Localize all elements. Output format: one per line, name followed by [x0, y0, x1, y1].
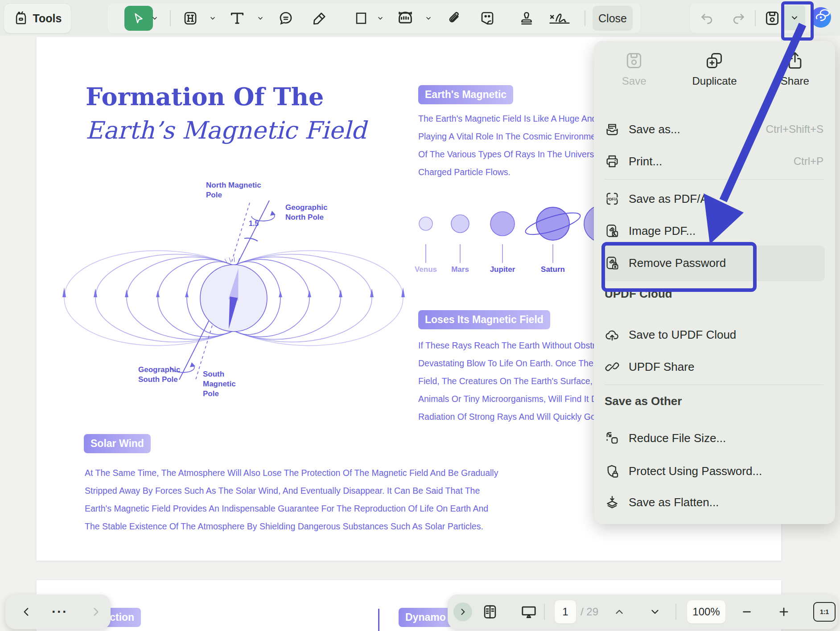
- floppy-icon: [624, 51, 644, 70]
- menu-section-save-as-other: Save as Other: [605, 394, 682, 408]
- measure-tool-button[interactable]: [396, 9, 414, 27]
- menu-item-remove-password[interactable]: Remove Password: [605, 247, 824, 279]
- heading-chevron-icon[interactable]: [209, 15, 216, 22]
- reading-mode-button[interactable]: [482, 603, 498, 620]
- document-title: Formation Of The Earth’s Magnetic Field: [86, 80, 366, 148]
- select-tool-button[interactable]: [124, 6, 153, 31]
- print-icon: [605, 154, 620, 169]
- menu-section-updf-cloud: UPDF Cloud: [605, 287, 672, 301]
- top-toolbar: Tools: [0, 0, 840, 36]
- label-geographic-north-pole: Geographic North Pole: [285, 203, 337, 222]
- next-page-chevron-button[interactable]: [649, 606, 661, 618]
- menu-item-print[interactable]: Print... Ctrl+P: [605, 145, 824, 177]
- zoom-level-input[interactable]: 100%: [687, 600, 725, 623]
- menu-share-action[interactable]: Share: [755, 51, 835, 87]
- paragraph-3: At The Same Time, The Atmosphere Will Al…: [85, 464, 557, 535]
- actual-size-button[interactable]: 1:1: [813, 602, 836, 622]
- label-north-magnetic-pole: North Magnetic Pole: [206, 180, 264, 200]
- pencil-tool-button[interactable]: [312, 10, 328, 26]
- signature-tool-button[interactable]: [548, 9, 571, 27]
- menu-separator: [605, 179, 824, 180]
- image-pdf-icon: [605, 223, 620, 238]
- menu-item-save-as-pdfa[interactable]: PDF/A Save as PDF/A...: [605, 183, 824, 215]
- flatten-icon: [605, 495, 620, 510]
- sticker-tool-button[interactable]: [479, 10, 495, 26]
- remove-password-icon: [605, 255, 620, 270]
- expand-bar-button[interactable]: [453, 602, 472, 621]
- page2-divider: [378, 609, 379, 631]
- attachment-tool-button[interactable]: [446, 10, 462, 26]
- zoom-in-button[interactable]: [778, 606, 790, 618]
- title-line-1: Formation Of The: [86, 80, 366, 114]
- undo-button[interactable]: [700, 11, 715, 26]
- menu-item-save-to-updf-cloud[interactable]: Save to UPDF Cloud: [605, 319, 824, 351]
- menu-top-actions: Save Duplicate Share: [594, 51, 835, 87]
- updf-ai-button[interactable]: [810, 7, 832, 28]
- label-angle: 1.5: [249, 219, 259, 229]
- menu-duplicate-action[interactable]: Duplicate: [674, 51, 754, 87]
- text-tool-button[interactable]: [229, 10, 246, 27]
- heading-tool-button[interactable]: [182, 10, 198, 26]
- shape-tool-button[interactable]: [354, 11, 369, 26]
- more-options-button[interactable]: ···: [52, 604, 68, 619]
- redo-button[interactable]: [731, 11, 746, 26]
- save-button[interactable]: [764, 10, 781, 27]
- shape-chevron-icon[interactable]: [377, 15, 384, 22]
- stamp-tool-button[interactable]: [519, 10, 535, 26]
- page-number-input[interactable]: 1: [555, 600, 576, 623]
- page-nav-pill: ···: [5, 594, 111, 629]
- menu-separator: [605, 385, 824, 385]
- planet-label-mars: Mars: [451, 265, 469, 274]
- paragraph-2: If These Rays Reach The Earth Without Ob…: [418, 336, 597, 426]
- bar-divider: [675, 604, 676, 620]
- share-icon: [785, 51, 805, 70]
- shortcut-save-as: Ctrl+Shift+S: [766, 123, 824, 135]
- save-as-icon: [605, 122, 620, 137]
- link-icon: [605, 359, 620, 374]
- save-options-menu: Save Duplicate Share Save as... Ctrl+Shi…: [594, 41, 835, 524]
- shield-lock-icon: [605, 463, 620, 479]
- menu-item-protect-password[interactable]: Protect Using Password...: [605, 455, 824, 487]
- view-controls-bar: 1 / 29 100% 1:1: [448, 594, 838, 629]
- measure-chevron-icon[interactable]: [425, 15, 432, 22]
- text-chevron-icon[interactable]: [257, 15, 264, 22]
- toolbar-divider: [585, 10, 585, 26]
- shortcut-print: Ctrl+P: [794, 155, 824, 168]
- toolbar-divider: [170, 10, 171, 26]
- presentation-mode-button[interactable]: [520, 603, 538, 621]
- page-total-label: / 29: [581, 606, 598, 618]
- prev-page-button[interactable]: [21, 606, 32, 618]
- dynamo-badge: Dynamo: [399, 608, 453, 627]
- menu-item-updf-share[interactable]: UPDF Share: [605, 351, 824, 383]
- title-line-2: Earth’s Magnetic Field: [86, 114, 366, 148]
- zoom-out-button[interactable]: [741, 606, 753, 618]
- svg-text:PDF/A: PDF/A: [606, 197, 618, 201]
- menu-item-reduce-file-size[interactable]: Reduce File Size...: [605, 422, 824, 454]
- toolbox-icon: [13, 11, 29, 26]
- paragraph-1: The Earth's Magnetic Field Is Like A Hug…: [418, 110, 597, 181]
- solar-wind-badge: Solar Wind: [84, 434, 151, 453]
- label-south-magnetic-pole: South Magnetic Pole: [203, 369, 241, 399]
- menu-item-save-as-flatten[interactable]: Save as Flatten...: [605, 486, 824, 518]
- label-geographic-south-pole: Geographic South Pole: [138, 365, 189, 385]
- editing-tool-group: Close: [107, 3, 641, 34]
- previous-page-chevron-button[interactable]: [614, 606, 625, 618]
- menu-save-action[interactable]: Save: [594, 51, 674, 87]
- select-tool-chevron-icon[interactable]: [151, 15, 158, 22]
- loses-magnetic-badge: Loses Its Magnetic Field: [418, 310, 550, 329]
- next-page-button[interactable]: [90, 606, 102, 618]
- menu-item-image-pdf[interactable]: Image PDF...: [605, 215, 824, 247]
- planet-label-jupiter: Jupiter: [490, 265, 515, 274]
- toolbar-divider: [755, 10, 756, 26]
- save-options-chevron-button[interactable]: [784, 5, 805, 30]
- tools-label: Tools: [33, 12, 62, 25]
- earths-magnetic-badge: Earth's Magnetic: [418, 85, 513, 104]
- menu-item-save-as[interactable]: Save as... Ctrl+Shift+S: [605, 113, 824, 145]
- close-button[interactable]: Close: [593, 6, 633, 31]
- planet-label-venus: Venus: [415, 265, 437, 274]
- comment-tool-button[interactable]: [278, 10, 294, 26]
- pdfa-icon: PDF/A: [605, 191, 620, 206]
- bar-divider: [544, 604, 545, 620]
- duplicate-icon: [704, 51, 724, 70]
- tools-button[interactable]: Tools: [4, 3, 71, 33]
